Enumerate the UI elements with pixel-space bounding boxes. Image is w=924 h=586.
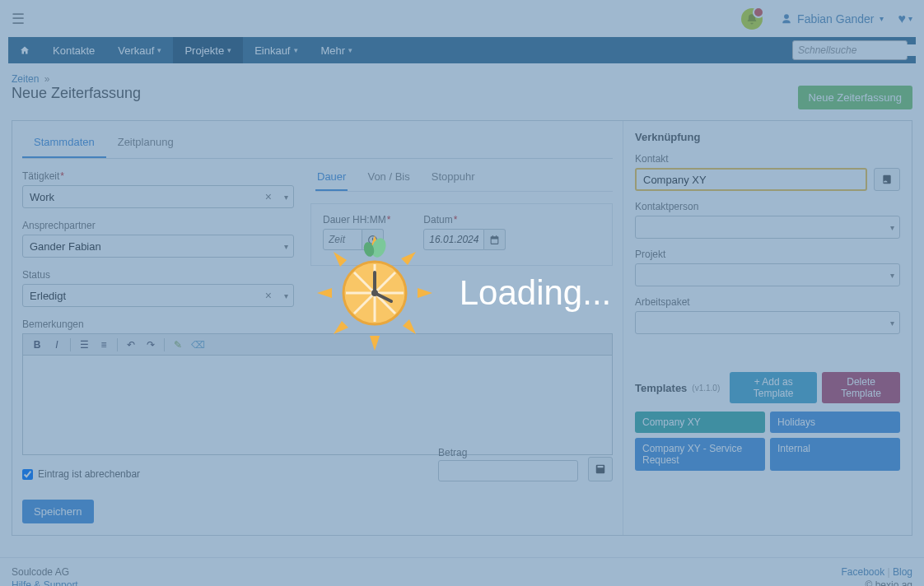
nav-projekte[interactable]: Projekte▾	[173, 37, 243, 63]
quick-search[interactable]	[792, 40, 908, 60]
remarks-editor: B I ☰ ≡ ↶ ↷ ✎ ⌫	[22, 333, 613, 455]
numbered-list-button[interactable]: ≡	[95, 337, 113, 353]
template-item[interactable]: Company XY	[635, 412, 765, 433]
subtab-vonbis[interactable]: Von / Bis	[366, 164, 411, 191]
user-icon	[781, 13, 792, 25]
tab-stammdaten[interactable]: Stammdaten	[22, 128, 106, 158]
main-nav: Kontakte Verkauf▾ Projekte▾ Einkauf▾ Meh…	[8, 37, 916, 63]
bold-button[interactable]: B	[28, 337, 46, 353]
chevron-down-icon: ▾	[284, 242, 288, 251]
clock-icon	[367, 235, 378, 245]
datum-input[interactable]	[423, 229, 484, 250]
template-item[interactable]: Holidays	[770, 412, 900, 433]
template-item[interactable]: Internal	[770, 438, 900, 471]
nav-mehr[interactable]: Mehr▾	[310, 37, 365, 63]
footer-help-link[interactable]: Hilfe & Support	[12, 579, 78, 586]
betrag-label: Betrag	[438, 447, 578, 458]
betrag-input[interactable]	[438, 460, 578, 481]
kontakt-input[interactable]: Company XY	[635, 168, 867, 191]
clock-button[interactable]	[362, 229, 384, 250]
bullet-list-button[interactable]: ☰	[75, 337, 93, 353]
home-icon	[20, 44, 30, 56]
billable-label: Eintrag ist abrechenbar	[38, 468, 140, 480]
datum-label: Datum*	[423, 214, 506, 226]
footer-blog-link[interactable]: Blog	[893, 566, 912, 578]
kontakt-browse-button[interactable]	[874, 168, 900, 191]
projekt-select[interactable]: ▾	[635, 263, 900, 286]
delete-template-button[interactable]: Delete Template	[822, 372, 900, 403]
projekt-label: Projekt	[635, 249, 900, 260]
italic-button[interactable]: I	[48, 337, 66, 353]
tab-zeitplanung[interactable]: Zeitplanung	[106, 128, 185, 158]
chevron-down-icon: ▾	[284, 291, 288, 300]
bemerkungen-label: Bemerkungen	[22, 319, 613, 330]
calculate-button[interactable]	[588, 457, 613, 481]
chevron-down-icon: ▾	[284, 193, 288, 202]
add-template-button[interactable]: + Add as Template	[730, 372, 817, 403]
subtab-dauer[interactable]: Dauer	[315, 164, 348, 191]
taetigkeit-label: Tätigkeit*	[22, 170, 294, 182]
calculator-icon	[595, 463, 606, 475]
undo-button[interactable]: ↶	[122, 337, 140, 353]
breadcrumb: Zeiten »	[12, 73, 912, 85]
clear-icon[interactable]: ×	[265, 190, 272, 203]
clear-format-button[interactable]: ⌫	[189, 337, 207, 353]
addressbook-icon	[881, 174, 893, 185]
notification-badge[interactable]	[741, 8, 763, 30]
caret-down-icon: ▾	[880, 14, 884, 23]
status-label: Status	[22, 269, 294, 281]
save-button[interactable]: Speichern	[22, 500, 94, 523]
page-title: Neue Zeiterfassung	[12, 85, 912, 102]
new-time-entry-button[interactable]: Neue Zeiterfassung	[798, 86, 912, 109]
kontaktperson-select[interactable]: ▾	[635, 216, 900, 239]
user-name: Fabian Gander	[797, 12, 874, 26]
status-select[interactable]: Erledigt × ▾	[22, 284, 294, 307]
footer-company: Soulcode AG	[12, 566, 78, 578]
link-section-title: Verknüpfung	[635, 131, 900, 143]
templates-label: Templates	[635, 382, 687, 394]
dauer-input[interactable]	[323, 229, 362, 250]
highlight-button[interactable]: ✎	[169, 337, 187, 353]
billable-checkbox[interactable]	[22, 469, 33, 480]
kontakt-label: Kontakt	[635, 153, 900, 165]
arbeitspaket-select[interactable]: ▾	[635, 311, 900, 334]
ansprechpartner-label: Ansprechpartner	[22, 220, 294, 231]
kontaktperson-label: Kontaktperson	[635, 201, 900, 212]
nav-einkauf[interactable]: Einkauf▾	[243, 37, 309, 63]
nav-home[interactable]	[8, 37, 41, 63]
ansprechpartner-select[interactable]: Gander Fabian ▾	[22, 235, 294, 258]
templates-version: (v1.1.0)	[692, 384, 720, 393]
favorite-menu[interactable]: ♥▾	[898, 12, 913, 26]
redo-button[interactable]: ↷	[142, 337, 160, 353]
search-input[interactable]	[798, 44, 922, 56]
remarks-textarea[interactable]	[23, 356, 612, 454]
calendar-icon	[489, 235, 500, 245]
nav-verkauf[interactable]: Verkauf▾	[106, 37, 173, 63]
menu-icon[interactable]: ☰	[12, 10, 25, 28]
breadcrumb-parent[interactable]: Zeiten	[12, 73, 39, 85]
template-item[interactable]: Company XY - Service Request	[635, 438, 765, 471]
footer-copyright: © bexio ag	[841, 579, 912, 586]
arbeitspaket-label: Arbeitspaket	[635, 296, 900, 308]
calendar-button[interactable]	[484, 229, 506, 250]
taetigkeit-select[interactable]: Work × ▾	[22, 185, 294, 208]
clear-icon[interactable]: ×	[265, 289, 272, 302]
subtab-stoppuhr[interactable]: Stoppuhr	[430, 164, 477, 191]
footer-facebook-link[interactable]: Facebook	[841, 566, 884, 578]
user-menu[interactable]: Fabian Gander ▾	[781, 12, 883, 26]
nav-kontakte[interactable]: Kontakte	[41, 37, 106, 63]
dauer-label: Dauer HH:MM*	[323, 214, 390, 226]
